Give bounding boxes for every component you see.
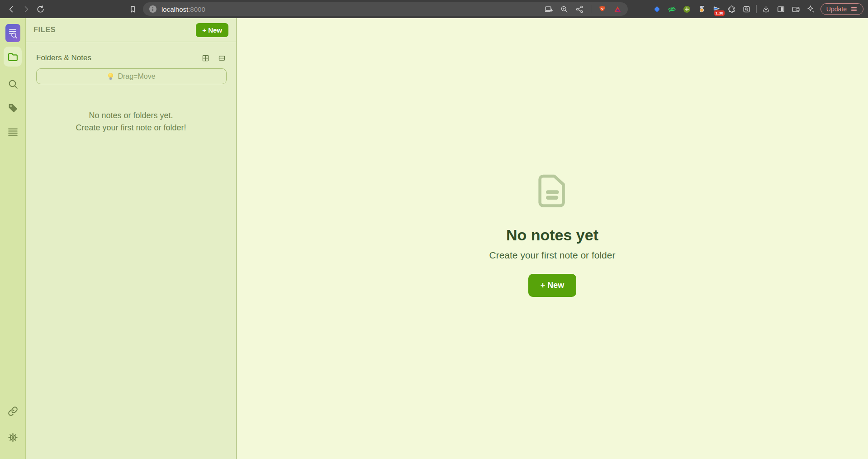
drag-hint-box: Drag=Move <box>36 68 227 84</box>
folders-notes-section: Folders & Notes <box>26 53 236 62</box>
grid-view-icon[interactable] <box>202 54 209 62</box>
update-label: Update <box>826 5 847 13</box>
forward-button[interactable] <box>19 2 33 16</box>
new-note-button-panel[interactable]: + New <box>196 23 228 37</box>
diamond-extension-icon <box>653 5 661 14</box>
files-panel: FILES + New Folders & Notes Drag=Move No… <box>26 18 237 459</box>
ai-assistant-button[interactable] <box>806 4 816 14</box>
sidebar-toggle-icon <box>777 5 785 14</box>
main-content: No notes yet Create your first note or f… <box>237 18 868 459</box>
url-bar-actions <box>545 5 622 14</box>
tag-icon <box>7 102 19 114</box>
new-note-button-main[interactable]: + New <box>528 274 577 297</box>
lightbulb-icon <box>107 73 114 80</box>
rail-item-tags[interactable] <box>4 98 22 118</box>
toolbar-extensions: 1.30 Update <box>651 3 863 15</box>
open-in-window-icon[interactable] <box>545 5 553 14</box>
medal-extension-icon <box>697 5 706 14</box>
toolbar-separator <box>756 5 757 13</box>
brave-rewards-icon[interactable] <box>613 5 622 14</box>
rail-item-list[interactable] <box>4 122 22 142</box>
empty-state-title: No notes yet <box>506 226 598 244</box>
rail-item-settings[interactable] <box>4 427 22 447</box>
icon-rail <box>0 18 26 459</box>
back-button[interactable] <box>5 2 18 16</box>
rail-item-files[interactable] <box>4 47 22 67</box>
folders-notes-title: Folders & Notes <box>36 53 91 62</box>
link-icon <box>7 406 19 417</box>
brave-shield-icon[interactable] <box>598 5 607 14</box>
files-panel-title: FILES <box>33 26 56 34</box>
medal-extension-button[interactable] <box>696 4 707 14</box>
panel-empty-state: No notes or folders yet. Create your fir… <box>26 110 236 134</box>
rail-item-links[interactable] <box>4 401 22 421</box>
url-port: :8000 <box>188 5 205 13</box>
drag-hint-text: Drag=Move <box>118 72 155 81</box>
reload-icon <box>36 5 45 14</box>
gear-icon <box>7 432 19 443</box>
reload-button[interactable] <box>33 2 47 16</box>
panel-empty-line1: No notes or folders yet. <box>26 110 236 122</box>
list-view-icon[interactable] <box>218 54 226 62</box>
rail-item-search[interactable] <box>4 74 22 94</box>
forward-icon <box>22 5 30 14</box>
wallet-button[interactable] <box>791 4 802 14</box>
plus-extension-button[interactable] <box>681 4 692 14</box>
download-icon <box>762 5 770 14</box>
files-panel-header: FILES + New <box>26 18 236 42</box>
empty-state-subtitle: Create your first note or folder <box>489 250 616 261</box>
update-menu-button[interactable]: Update <box>821 3 863 15</box>
app-logo[interactable] <box>5 24 20 42</box>
sidebar-toggle-button[interactable] <box>776 4 787 14</box>
zoom-icon[interactable] <box>560 5 569 14</box>
search-page-icon <box>742 5 751 14</box>
eye-extension-button[interactable] <box>666 4 677 14</box>
plus-extension-icon <box>683 5 691 14</box>
bookmark-button[interactable] <box>126 2 139 16</box>
share-icon[interactable] <box>575 5 584 14</box>
toolbar-separator <box>591 5 592 13</box>
document-icon <box>533 172 571 212</box>
list-icon <box>7 126 19 138</box>
app-logo-icon <box>7 26 18 40</box>
url-host: localhost <box>161 5 188 13</box>
puzzle-extensions-icon <box>727 5 736 14</box>
url-bar[interactable]: localhost:8000 <box>143 2 628 16</box>
panel-empty-line2: Create your first note or folder! <box>26 122 236 134</box>
downloads-button[interactable] <box>761 4 772 14</box>
flag-badge: 1.30 <box>714 10 725 16</box>
notes-app: FILES + New Folders & Notes Drag=Move No… <box>0 18 868 459</box>
flag-extension-button[interactable]: 1.30 <box>711 4 722 14</box>
eye-extension-icon <box>668 5 676 14</box>
url-text[interactable]: localhost:8000 <box>161 5 205 13</box>
extensions-button[interactable] <box>726 4 737 14</box>
browser-toolbar: localhost:8000 1.30 <box>0 0 868 18</box>
bookmark-icon <box>128 5 137 14</box>
info-icon[interactable] <box>149 5 157 13</box>
folder-icon <box>7 51 19 62</box>
search-page-button[interactable] <box>741 4 752 14</box>
ai-sparkle-icon <box>806 5 815 14</box>
search-icon <box>7 78 19 90</box>
view-toggles <box>202 54 226 62</box>
diamond-extension-button[interactable] <box>651 4 662 14</box>
back-icon <box>7 5 16 14</box>
menu-icon <box>850 5 858 13</box>
wallet-icon <box>792 5 800 14</box>
